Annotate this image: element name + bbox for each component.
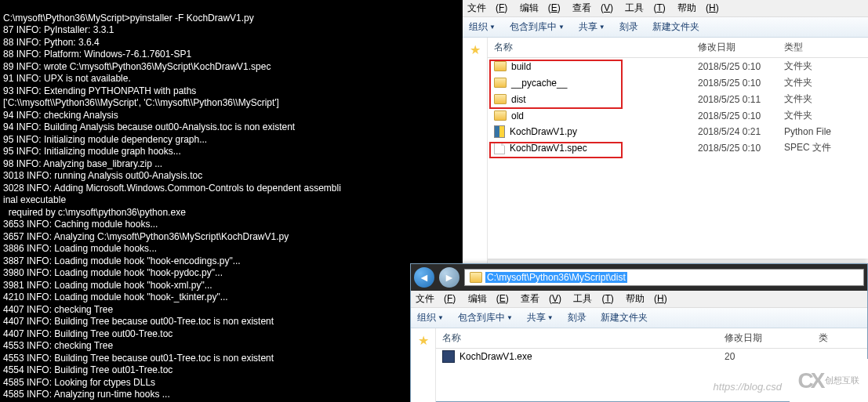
file-type: 文件夹 <box>778 76 864 89</box>
toolbar-burn[interactable]: 刻录 <box>619 20 638 34</box>
toolbar-organize[interactable]: 组织 ▼ <box>469 20 496 34</box>
file-name: KochDrawV1.exe <box>459 351 532 362</box>
file-row[interactable]: KochDrawV1.py2018/5/24 0:21Python File <box>488 124 868 139</box>
address-path: C:\mysoft\Python36\MyScript\dist <box>485 272 627 283</box>
menubar: 文件(F) 编辑(E) 查看(V) 工具(T) 帮助(H) <box>411 291 867 308</box>
toolbar-burn[interactable]: 刻录 <box>568 311 587 324</box>
watermark-text: https://blog.csd <box>714 381 782 393</box>
col-header-type[interactable]: 类型 <box>778 41 864 54</box>
file-row[interactable]: dist2018/5/25 0:11文件夹 <box>488 91 868 107</box>
menu-view[interactable]: 查看(V) <box>521 293 561 304</box>
favorites-icon[interactable]: ★ <box>470 42 481 57</box>
col-header-date[interactable]: 修改日期 <box>718 331 812 345</box>
file-name: old <box>511 110 524 121</box>
file-name: KochDrawV1.spec <box>510 143 587 154</box>
file-row[interactable]: build2018/5/25 0:10文件夹 <box>488 58 868 74</box>
favorites-icon[interactable]: ★ <box>418 333 429 348</box>
file-row[interactable]: __pycache__2018/5/25 0:10文件夹 <box>488 74 868 91</box>
folder-icon <box>494 78 507 88</box>
folder-icon <box>494 110 507 121</box>
menu-help[interactable]: 帮助(H) <box>626 293 667 304</box>
file-row[interactable]: old2018/5/25 0:10文件夹 <box>488 107 868 124</box>
toolbar-share[interactable]: 共享 ▼ <box>527 311 554 324</box>
logo-badge: CX创想互联 <box>790 359 868 402</box>
menu-tools[interactable]: 工具(T) <box>625 2 665 13</box>
python-file-icon <box>494 125 505 138</box>
toolbar-include[interactable]: 包含到库中 ▼ <box>510 20 565 34</box>
file-type: 文件夹 <box>778 92 864 106</box>
file-list: 名称 修改日期 类型 build2018/5/25 0:10文件夹__pycac… <box>488 38 868 296</box>
file-date: 2018/5/25 0:10 <box>692 143 778 154</box>
toolbar-organize[interactable]: 组织 ▼ <box>417 311 444 324</box>
menu-edit[interactable]: 编辑(E) <box>520 2 561 13</box>
col-header-date[interactable]: 修改日期 <box>692 41 778 54</box>
file-name: dist <box>511 94 526 105</box>
menu-view[interactable]: 查看(V) <box>572 2 613 13</box>
explorer-window-myscript: 文件(F) 编辑(E) 查看(V) 工具(T) 帮助(H) 组织 ▼ 包含到库中… <box>463 0 868 259</box>
menubar: 文件(F) 编辑(E) 查看(V) 工具(T) 帮助(H) <box>463 0 868 17</box>
file-date: 2018/5/24 0:21 <box>692 126 778 137</box>
explorer-content: ★ 名称 修改日期 类型 build2018/5/25 0:10文件夹__pyc… <box>463 38 868 296</box>
file-icon <box>494 142 505 154</box>
file-type: Python File <box>778 126 864 137</box>
menu-file[interactable]: 文件(F) <box>416 293 456 304</box>
menu-file[interactable]: 文件(F) <box>467 2 507 13</box>
menu-tools[interactable]: 工具(T) <box>573 293 613 304</box>
col-header-type[interactable]: 类 <box>812 331 836 345</box>
menu-help[interactable]: 帮助(H) <box>677 2 719 13</box>
toolbar-newfolder[interactable]: 新建文件夹 <box>652 20 699 34</box>
folder-icon <box>470 272 482 283</box>
address-bar-area: ◄ ► C:\mysoft\Python36\MyScript\dist <box>411 264 867 291</box>
file-type: SPEC 文件 <box>778 141 864 154</box>
exe-file-icon <box>442 350 455 363</box>
toolbar: 组织 ▼ 包含到库中 ▼ 共享 ▼ 刻录 新建文件夹 <box>463 17 868 38</box>
col-header-name[interactable]: 名称 <box>436 331 718 345</box>
toolbar-share[interactable]: 共享 ▼ <box>579 20 605 34</box>
file-row[interactable]: KochDrawV1.spec2018/5/25 0:10SPEC 文件 <box>488 139 868 156</box>
column-headers: 名称 修改日期 类 <box>436 328 867 349</box>
terminal-output: C:\mysoft\Python36\MyScript>pyinstaller … <box>3 13 459 401</box>
toolbar-newfolder[interactable]: 新建文件夹 <box>601 311 648 324</box>
column-headers: 名称 修改日期 类型 <box>488 38 868 58</box>
sidebar: ★ <box>411 328 436 402</box>
file-type: 文件夹 <box>778 60 864 73</box>
file-name: build <box>511 61 531 72</box>
sidebar: ★ <box>463 38 488 296</box>
file-name: __pycache__ <box>511 78 567 89</box>
command-prompt-window: C:\mysoft\Python36\MyScript>pyinstaller … <box>0 0 463 402</box>
file-date: 2018/5/25 0:11 <box>692 94 778 105</box>
col-header-name[interactable]: 名称 <box>488 41 692 54</box>
address-bar[interactable]: C:\mysoft\Python36\MyScript\dist <box>464 269 864 286</box>
folder-icon <box>494 94 507 104</box>
menu-edit[interactable]: 编辑(E) <box>468 293 509 304</box>
folder-icon <box>494 61 507 71</box>
file-name: KochDrawV1.py <box>510 126 577 137</box>
toolbar: 组织 ▼ 包含到库中 ▼ 共享 ▼ 刻录 新建文件夹 <box>411 308 867 328</box>
nav-forward-button[interactable]: ► <box>439 267 459 288</box>
nav-back-button[interactable]: ◄ <box>414 267 434 288</box>
file-date: 2018/5/25 0:10 <box>692 61 778 72</box>
file-type: 文件夹 <box>778 109 864 122</box>
toolbar-include[interactable]: 包含到库中 ▼ <box>458 311 513 324</box>
file-date: 2018/5/25 0:10 <box>692 110 778 121</box>
file-date: 2018/5/25 0:10 <box>692 78 778 89</box>
